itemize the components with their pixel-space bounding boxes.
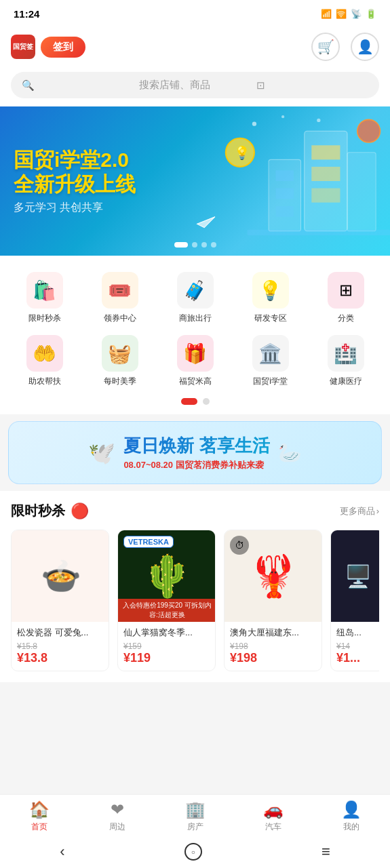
system-nav-bar: ‹ ○ ≡	[0, 835, 390, 868]
svg-rect-2	[311, 167, 340, 181]
product-name-1: 松发瓷器 可爱兔...	[17, 627, 103, 639]
coupon-icon: 🎟️	[102, 272, 138, 309]
menu-item-travel[interactable]: 🧳 商旅出行	[157, 269, 233, 327]
back-button[interactable]: ‹	[60, 843, 64, 861]
product-name-2: 仙人掌猫窝冬季...	[123, 627, 210, 639]
menu-item-flash-sale[interactable]: 🛍️ 限时秒杀	[7, 269, 82, 327]
product-image-4: 🖥️	[331, 530, 379, 622]
product-image-3: 🦞 ⏱	[225, 530, 322, 622]
product-emoji-1: 🍲	[12, 530, 109, 622]
dot-2	[192, 242, 197, 248]
menu-dot-2	[203, 398, 210, 405]
property-label: 房产	[187, 821, 203, 833]
more-label: 更多商品	[340, 505, 375, 517]
signal-icon: 📶	[321, 9, 332, 19]
hero-banner: 国贸i学堂2.0 全新升级上线 多元学习 共创共享	[0, 106, 390, 256]
status-time: 11:24	[14, 8, 39, 20]
banner-title1: 国贸i学堂2.0	[14, 148, 136, 172]
seasonal-label: 每时美季	[104, 376, 136, 387]
product-image-2: 🌵 VETRESKA 入会特惠价199买20 可拆划内容:活超更换	[118, 530, 216, 622]
menu-button[interactable]: ≡	[321, 843, 330, 861]
banner-title1-text: 国贸i学堂2.0	[14, 149, 129, 171]
summer-subtitle: 08.07~08.20 国贸茗消费券补贴来袭	[123, 459, 269, 471]
nav-nearby[interactable]: ❤ 周边	[78, 800, 156, 833]
product-card-4[interactable]: 🖥️ 纽岛... ¥14 ¥1...	[330, 530, 379, 671]
cart-icon: 🛒	[317, 39, 334, 55]
product-info-3: 澳角大厘福建东... ¥198 ¥198	[225, 622, 321, 671]
svg-rect-5	[275, 170, 293, 181]
svg-point-13	[252, 122, 256, 126]
travel-label: 商旅出行	[179, 313, 212, 324]
timer-icon: ⏱	[230, 536, 249, 555]
product-orig-price-2: ¥159	[123, 642, 210, 651]
menu-item-agriculture[interactable]: 🤲 助农帮扶	[7, 332, 82, 390]
gift-icon: 🎁	[177, 335, 214, 372]
search-placeholder: 搜索店铺、商品	[139, 79, 251, 92]
cart-button[interactable]: 🛒	[311, 33, 340, 61]
menu-item-health[interactable]: 🏥 健康医疗	[308, 332, 383, 390]
summer-banner[interactable]: 🕊️ 夏日焕新 茗享生活 08.07~08.20 国贸茗消费券补贴来袭 🦢	[8, 421, 382, 484]
menu-item-research[interactable]: 💡 研发专区	[233, 269, 308, 327]
svg-rect-3	[311, 189, 340, 203]
product-price-2: ¥119	[123, 651, 210, 665]
product-card-1[interactable]: 🍲 松发瓷器 可爱兔... ¥15.8 ¥13.8	[11, 530, 109, 671]
bird-icon-right: 🦢	[278, 441, 302, 464]
product-info-2: 仙人掌猫窝冬季... ¥159 ¥119	[118, 622, 215, 671]
menu-item-gift[interactable]: 🎁 福贸米高	[157, 332, 233, 390]
nav-property[interactable]: 🏢 房产	[156, 800, 234, 833]
menu-item-coupon[interactable]: 🎟️ 领券中心	[82, 269, 157, 327]
flash-title: 限时秒杀 🔴	[11, 502, 89, 520]
svg-marker-16	[197, 217, 214, 228]
product-card-3[interactable]: 🦞 ⏱ 澳角大厘福建东... ¥198 ¥198	[224, 530, 322, 671]
home-button[interactable]: ○	[184, 843, 202, 861]
product-badge-2: VETRESKA	[123, 536, 174, 548]
product-card-2[interactable]: 🌵 VETRESKA 入会特惠价199买20 可拆划内容:活超更换 仙人掌猫窝冬…	[117, 530, 216, 671]
search-icon: 🔍	[22, 79, 134, 92]
agriculture-icon: 🤲	[26, 335, 63, 372]
bottom-nav: 🏠 首页 ❤ 周边 🏢 房产 🚗 汽车 👤 我的	[0, 794, 390, 835]
bird-icon: 🕊️	[88, 440, 115, 466]
chevron-right-icon: ›	[376, 506, 379, 516]
product-name-4: 纽岛...	[336, 627, 378, 639]
menu-section: 🛍️ 限时秒杀 🎟️ 领券中心 🧳 商旅出行 💡 研发专区 ⊞ 分类 🤲	[0, 256, 390, 414]
menu-item-category[interactable]: ⊞ 分类	[308, 269, 383, 327]
more-products-button[interactable]: 更多商品 ›	[340, 505, 379, 517]
product-price-3: ¥198	[230, 651, 316, 665]
logo-text: 国贸签	[13, 42, 33, 52]
flash-sale-label: 限时秒杀	[28, 313, 61, 324]
category-label: 分类	[338, 313, 354, 324]
menu-item-seasonal[interactable]: 🧺 每时美季	[82, 332, 157, 390]
home-icon: 🏠	[29, 800, 50, 819]
banner-dots	[174, 242, 216, 248]
svg-rect-12	[247, 230, 390, 235]
sign-button[interactable]: 签到	[41, 37, 85, 58]
banner-title2: 全新升级上线	[14, 172, 136, 197]
nav-car[interactable]: 🚗 汽车	[234, 800, 312, 833]
svg-point-14	[281, 115, 284, 118]
health-icon: 🏥	[328, 335, 364, 372]
car-label: 汽车	[265, 821, 281, 833]
product-emoji-4: 🖥️	[331, 530, 379, 622]
profile-icon: 👤	[341, 800, 362, 819]
user-button[interactable]: 👤	[351, 33, 379, 61]
academy-icon: 🏛️	[252, 335, 289, 372]
car-icon: 🚗	[263, 800, 284, 819]
nav-home[interactable]: 🏠 首页	[0, 800, 78, 833]
flash-sale-icon: 🛍️	[26, 272, 63, 309]
banner-svg: 💡	[176, 106, 390, 256]
banner-text: 国贸i学堂2.0 全新升级上线 多元学习 共创共享	[14, 148, 136, 215]
flash-emoji: 🔴	[71, 502, 89, 520]
product-promo-2: 入会特惠价199买20 可拆划内容:活超更换	[118, 599, 216, 622]
search-bar: 🔍 搜索店铺、商品 ⊡	[0, 66, 390, 106]
menu-item-academy[interactable]: 🏛️ 国贸i学堂	[233, 332, 308, 390]
travel-icon: 🧳	[177, 272, 214, 309]
seasonal-icon: 🧺	[102, 335, 138, 372]
search-inner[interactable]: 🔍 搜索店铺、商品 ⊡	[11, 72, 379, 98]
gift-label: 福贸米高	[179, 376, 212, 387]
flash-label: 限时秒杀	[11, 502, 65, 520]
menu-dot-1	[181, 398, 197, 405]
dot-3	[201, 242, 207, 248]
svg-rect-1	[311, 145, 340, 159]
scan-icon[interactable]: ⊡	[256, 79, 368, 92]
nav-profile[interactable]: 👤 我的	[312, 800, 390, 833]
